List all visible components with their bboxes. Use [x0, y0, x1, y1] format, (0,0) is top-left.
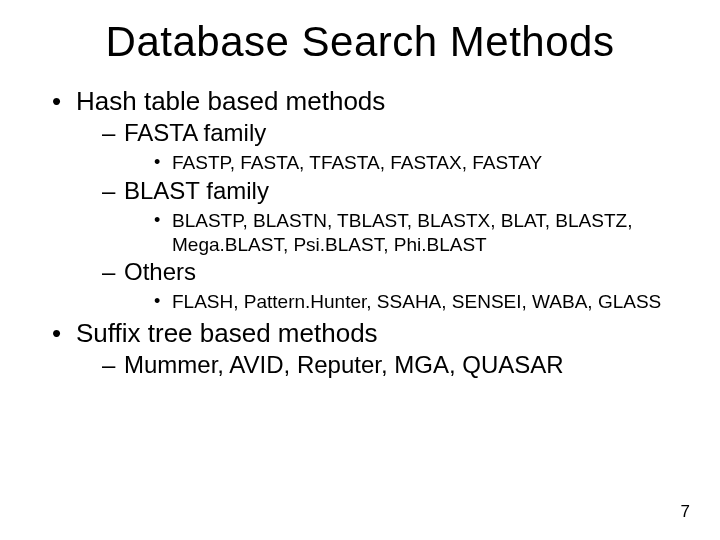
bullet-list-level1: Hash table based methods FASTA family FA… [48, 86, 672, 379]
l1-item-hash: Hash table based methods FASTA family FA… [48, 86, 672, 314]
l3-item-blast-list: BLASTP, BLASTN, TBLAST, BLASTX, BLAT, BL… [154, 209, 672, 257]
slide-title: Database Search Methods [48, 18, 672, 66]
l1-text: Hash table based methods [76, 86, 385, 116]
slide: Database Search Methods Hash table based… [0, 0, 720, 540]
bullet-list-level2: Mummer, AVID, Reputer, MGA, QUASAR [102, 351, 672, 379]
l2-item-suffix-list: Mummer, AVID, Reputer, MGA, QUASAR [102, 351, 672, 379]
bullet-list-level2: FASTA family FASTP, FASTA, TFASTA, FASTA… [102, 119, 672, 314]
bullet-list-level3: FASTP, FASTA, TFASTA, FASTAX, FASTAY [154, 151, 672, 175]
l2-item-others: Others FLASH, Pattern.Hunter, SSAHA, SEN… [102, 258, 672, 314]
bullet-list-level3: BLASTP, BLASTN, TBLAST, BLASTX, BLAT, BL… [154, 209, 672, 257]
l1-item-suffix: Suffix tree based methods Mummer, AVID, … [48, 318, 672, 379]
l2-text: Mummer, AVID, Reputer, MGA, QUASAR [124, 351, 564, 378]
l3-text: BLASTP, BLASTN, TBLAST, BLASTX, BLAT, BL… [172, 210, 632, 255]
l2-item-blast: BLAST family BLASTP, BLASTN, TBLAST, BLA… [102, 177, 672, 257]
l3-text: FASTP, FASTA, TFASTA, FASTAX, FASTAY [172, 152, 542, 173]
page-number: 7 [681, 502, 690, 522]
bullet-list-level3: FLASH, Pattern.Hunter, SSAHA, SENSEI, WA… [154, 290, 672, 314]
l2-text: Others [124, 258, 196, 285]
l3-item-fasta-list: FASTP, FASTA, TFASTA, FASTAX, FASTAY [154, 151, 672, 175]
l1-text: Suffix tree based methods [76, 318, 378, 348]
l3-text: FLASH, Pattern.Hunter, SSAHA, SENSEI, WA… [172, 291, 661, 312]
l2-text: BLAST family [124, 177, 269, 204]
l3-item-others-list: FLASH, Pattern.Hunter, SSAHA, SENSEI, WA… [154, 290, 672, 314]
l2-item-fasta: FASTA family FASTP, FASTA, TFASTA, FASTA… [102, 119, 672, 175]
l2-text: FASTA family [124, 119, 266, 146]
